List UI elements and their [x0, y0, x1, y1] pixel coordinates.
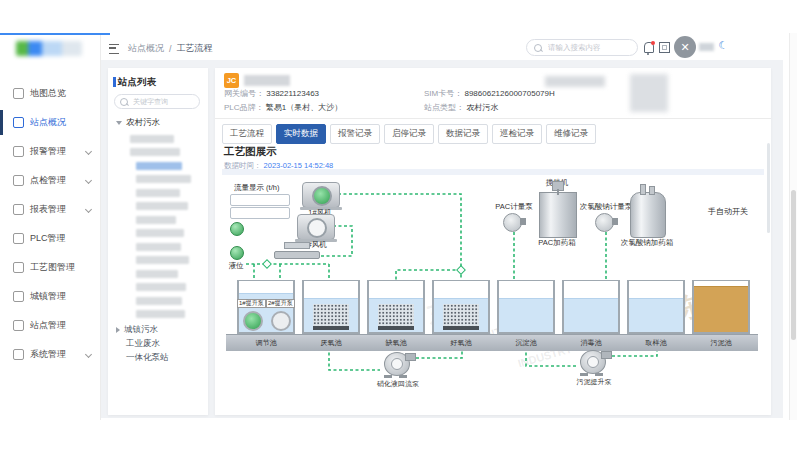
- sidebar-menu-item[interactable]: 地图总览: [0, 79, 100, 108]
- chevron-down-icon: [85, 351, 92, 358]
- breadcrumb-root[interactable]: 站点概况: [128, 42, 164, 55]
- chevron-down-icon: [85, 206, 92, 213]
- tank-label: 取样池: [623, 338, 689, 348]
- tab-label: 巡检记录: [500, 128, 534, 138]
- site-tree-item-redacted[interactable]: [108, 281, 208, 295]
- tree-root-label: 农村污水: [126, 117, 160, 129]
- fan-running-indicator: [312, 186, 332, 206]
- sidebar-menu-item[interactable]: 报表管理: [0, 195, 100, 224]
- menu-item-label: 报表管理: [30, 203, 66, 216]
- tree-node-town-sewage[interactable]: 城镇污水: [116, 324, 208, 336]
- tree-label: 工业废水: [126, 338, 160, 348]
- global-search[interactable]: [526, 39, 638, 56]
- diagram-top-strip: [222, 169, 764, 175]
- menu-item-label: 地图总览: [30, 87, 66, 100]
- tab[interactable]: 工艺流程: [222, 124, 272, 144]
- header-redacted-text: [545, 76, 605, 87]
- site-tree-item-redacted[interactable]: [108, 146, 208, 160]
- level-label: 液位: [224, 261, 248, 271]
- sim-field: SIM卡号： 8986062126000705079H: [424, 88, 555, 99]
- lift-pump2-label: 2#提升泵: [266, 299, 295, 308]
- treatment-tank: 消毒池: [562, 280, 620, 334]
- menu-item-label: PLC管理: [30, 232, 66, 245]
- dark-mode-moon-icon[interactable]: ☾: [718, 39, 728, 52]
- lift-pump-2: [271, 311, 291, 331]
- site-tree-item-redacted[interactable]: [108, 254, 208, 268]
- tab[interactable]: 启停记录: [384, 124, 434, 144]
- site-list-panel: 站点列表 农村污水 城镇污水 工业废水 一体化泵站: [108, 68, 208, 415]
- topbar: 站点概况 / 工艺流程 ✕ ☾: [101, 35, 790, 60]
- site-tree-item-redacted[interactable]: [108, 200, 208, 214]
- tank-label: 厌氧池: [298, 338, 364, 348]
- tree-node-rural-sewage[interactable]: 农村污水: [116, 117, 160, 129]
- sidebar-menu-item[interactable]: 系统管理: [0, 340, 100, 369]
- flow-value-box-1: [230, 194, 290, 206]
- menu-item-label: 系统管理: [30, 348, 66, 361]
- collapse-sidebar-icon[interactable]: [109, 44, 119, 54]
- menu-icon: [13, 320, 24, 331]
- menu-item-label: 站点概况: [30, 116, 66, 129]
- app-window: 地图总览 站点概况 报警管理 点检管理: [0, 0, 800, 450]
- tab[interactable]: 数据记录: [438, 124, 488, 144]
- tank-label: 污泥池: [688, 338, 754, 348]
- menu-item-label: 站点管理: [30, 319, 66, 332]
- tree-node-industrial[interactable]: 工业废水: [116, 338, 218, 350]
- sidebar-menu-item[interactable]: PLC管理: [0, 224, 100, 253]
- gateway-label: 网关编号：: [224, 89, 264, 98]
- sidebar-menu-item[interactable]: 工艺图管理: [0, 253, 100, 282]
- site-tree-item-redacted[interactable]: [108, 132, 208, 146]
- fullscreen-icon[interactable]: [659, 42, 670, 53]
- status-light-flow: [230, 222, 244, 236]
- tree-node-pump-station[interactable]: 一体化泵站: [116, 352, 218, 364]
- sidebar: 地图总览 站点概况 报警管理 点检管理: [0, 35, 101, 420]
- sludge-fill: [694, 286, 748, 332]
- sidebar-menu-item[interactable]: 城镇管理: [0, 282, 100, 311]
- site-tree-item-redacted[interactable]: [108, 294, 208, 308]
- reflux-pump: [380, 352, 416, 378]
- card-scrollbar-thumb[interactable]: [767, 143, 770, 233]
- treatment-tank: 污泥池: [692, 280, 750, 334]
- site-tree-item-redacted[interactable]: [108, 186, 208, 200]
- treatment-tank: 好氧池: [432, 280, 490, 334]
- flow-value-box-2: [230, 207, 290, 219]
- tab[interactable]: 实时数据: [276, 124, 326, 144]
- site-tree-item-redacted[interactable]: [108, 173, 208, 187]
- tank-label: 调节池: [233, 338, 299, 348]
- treatment-tanks: 调节池 厌氧池 缺氧池: [237, 280, 750, 334]
- station-detail-panel: JC 网关编号： 338221123463 PLC品牌： 繁易1（果村、大沙） …: [215, 68, 771, 415]
- site-tree-item-redacted[interactable]: [108, 240, 208, 254]
- detail-tabs: 工艺流程 实时数据 报警记录 启停记录 数据记录: [222, 124, 596, 144]
- menu-icon: [13, 291, 24, 302]
- menu-item-label: 点检管理: [30, 174, 66, 187]
- menu-icon: [13, 117, 24, 128]
- site-tree-item-redacted[interactable]: [108, 159, 208, 173]
- page-scrollbar-thumb[interactable]: [791, 190, 796, 340]
- site-tree-item-redacted[interactable]: [108, 213, 208, 227]
- sidebar-menu-item[interactable]: 报警管理: [0, 137, 100, 166]
- status-light-level: [230, 246, 244, 260]
- site-tree-item-redacted[interactable]: [108, 267, 208, 281]
- sidebar-menu-item[interactable]: 点检管理: [0, 166, 100, 195]
- tab[interactable]: 报警记录: [330, 124, 380, 144]
- breadcrumb-separator: /: [169, 44, 172, 54]
- menu-item-label: 报警管理: [30, 145, 66, 158]
- site-search[interactable]: [114, 94, 200, 109]
- menu-icon: [13, 204, 24, 215]
- treatment-tank: 取样池: [627, 280, 685, 334]
- fan-stopped-indicator: [307, 218, 327, 238]
- site-tree-item-redacted[interactable]: [108, 227, 208, 241]
- user-avatar[interactable]: ✕: [674, 36, 696, 58]
- notification-bell-icon[interactable]: [644, 42, 654, 53]
- sidebar-menu-item[interactable]: 站点管理: [0, 311, 100, 340]
- global-search-input[interactable]: [546, 42, 620, 53]
- hand-auto-switch-label: 手自动开关: [700, 206, 756, 217]
- site-search-input[interactable]: [131, 97, 195, 106]
- tab[interactable]: 巡检记录: [492, 124, 542, 144]
- sim-value: 8986062126000705079H: [464, 89, 554, 98]
- sidebar-menu-item[interactable]: 站点概况: [0, 108, 100, 137]
- tab[interactable]: 维修记录: [546, 124, 596, 144]
- menu-icon: [13, 262, 24, 273]
- menu-icon: [13, 175, 24, 186]
- site-tree-item-redacted[interactable]: [108, 308, 208, 322]
- breadcrumb: 站点概况 / 工艺流程: [109, 42, 213, 55]
